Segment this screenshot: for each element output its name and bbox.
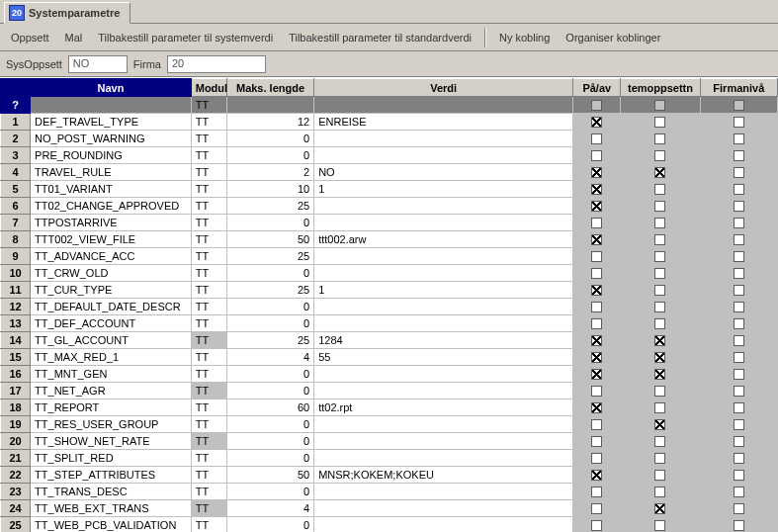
row-number[interactable]: 24 [1,500,31,517]
cell-verdi[interactable]: ttt002.arw [314,231,573,248]
cell-verdi[interactable]: ENREISE [314,114,573,131]
row-number[interactable]: 12 [1,299,31,315]
cell-verdi[interactable]: NO [314,164,573,181]
cell-name[interactable]: TT_SPLIT_RED [31,450,192,467]
table-row[interactable]: 3PRE_ROUNDINGTT0 [1,147,778,164]
table-row[interactable]: 4TRAVEL_RULETT2NO [1,164,778,181]
cell-verdi[interactable]: MNSR;KOKEM;KOKEU [314,467,573,484]
table-row[interactable]: 11TT_CUR_TYPETT251 [1,282,778,299]
checkbox-icon[interactable] [734,402,744,413]
cell-modul[interactable]: TT [191,366,226,383]
cell-firma[interactable] [700,299,777,315]
cell-maks[interactable]: 0 [226,517,313,533]
table-row[interactable]: 6TT02_CHANGE_APPROVEDTT25 [1,198,778,215]
checkbox-icon[interactable] [591,218,602,228]
cell-verdi[interactable] [314,484,573,500]
cell-firma[interactable] [700,433,777,450]
checkbox-icon[interactable] [734,268,744,279]
checkbox-icon[interactable] [734,487,744,497]
checkbox-icon[interactable] [734,302,744,312]
table-row[interactable]: 2NO_POST_WARNINGTT0 [1,131,778,147]
cell-temopp[interactable] [621,131,700,147]
table-row[interactable]: 18TT_REPORTTT60tt02.rpt [1,399,778,416]
cell-name[interactable]: PRE_ROUNDING [31,147,192,164]
firma-field[interactable]: 20 [167,55,266,73]
cell-firma[interactable] [700,383,777,399]
cell-temopp[interactable] [621,198,700,215]
row-number[interactable]: 11 [1,282,31,299]
cell-maks[interactable]: 50 [226,231,313,248]
cell-temopp[interactable] [621,114,700,131]
cell-temopp[interactable] [621,500,700,517]
checkbox-icon[interactable] [654,285,665,296]
cell-temopp[interactable] [621,399,700,416]
cell-maks[interactable]: 25 [226,248,313,265]
table-row[interactable]: 10TT_CRW_OLDTT0 [1,265,778,282]
header-modul[interactable]: Modul [191,79,226,97]
checkbox-icon[interactable] [734,386,744,397]
cell-paav[interactable] [573,231,621,248]
checkbox-icon[interactable] [734,100,744,111]
row-number[interactable]: 6 [1,198,31,215]
cell-firma[interactable] [700,282,777,299]
cell-maks[interactable]: 0 [226,433,313,450]
cell-name[interactable]: TT_RES_USER_GROUP [31,416,192,433]
cell-name[interactable]: TT_CRW_OLD [31,265,192,282]
table-row[interactable]: 8TTT002_VIEW_FILETT50ttt002.arw [1,231,778,248]
cell-maks[interactable]: 50 [226,467,313,484]
blank-row[interactable]: ?TT [1,97,778,114]
cell-temopp[interactable] [621,181,700,198]
cell-temopp[interactable] [621,231,700,248]
cell-temopp[interactable] [621,215,700,231]
cell-verdi[interactable] [314,315,573,332]
cell-temopp[interactable] [621,282,700,299]
cell-verdi[interactable] [314,383,573,399]
cell-modul[interactable]: TT [191,399,226,416]
checkbox-icon[interactable] [734,503,744,514]
toolbar-reset-standard[interactable]: Tilbakestill parameter til standardverdi [282,28,478,47]
cell-paav[interactable] [573,433,621,450]
header-navn[interactable]: Navn [31,79,192,97]
cell-name[interactable]: TT02_CHANGE_APPROVED [31,198,192,215]
cell-paav[interactable] [573,282,621,299]
cell-firma[interactable] [700,215,777,231]
cell-firma[interactable] [700,147,777,164]
toolbar-mal[interactable]: Mal [58,28,90,47]
checkbox-icon[interactable] [734,285,744,296]
cell-firma[interactable] [700,315,777,332]
table-row[interactable]: 14TT_GL_ACCOUNTTT251284 [1,332,778,349]
row-number[interactable]: 17 [1,383,31,399]
checkbox-icon[interactable] [591,285,602,296]
cell-temopp[interactable] [621,315,700,332]
table-row[interactable]: 25TT_WEB_PCB_VALIDATIONTT0 [1,517,778,533]
cell-modul[interactable]: TT [191,147,226,164]
cell-firma[interactable] [700,349,777,366]
row-number[interactable]: 22 [1,467,31,484]
header-firmaniva[interactable]: Firmanivå [700,79,777,97]
table-row[interactable]: 7TTPOSTARRIVETT0 [1,215,778,231]
cell-name[interactable]: TT_GL_ACCOUNT [31,332,192,349]
cell-temopp[interactable] [621,416,700,433]
cell-paav[interactable] [573,215,621,231]
row-number[interactable]: ? [1,97,31,114]
cell-maks[interactable]: 25 [226,198,313,215]
checkbox-icon[interactable] [654,453,665,464]
checkbox-icon[interactable] [654,402,665,413]
cell-firma[interactable] [700,265,777,282]
cell-name[interactable] [31,97,192,114]
header-temopp[interactable]: temoppsettn [621,79,700,97]
cell-modul[interactable]: TT [191,265,226,282]
cell-modul[interactable]: TT [191,215,226,231]
cell-paav[interactable] [573,349,621,366]
row-number[interactable]: 10 [1,265,31,282]
checkbox-icon[interactable] [654,302,665,312]
cell-verdi[interactable] [314,299,573,315]
cell-paav[interactable] [573,416,621,433]
cell-temopp[interactable] [621,265,700,282]
cell-firma[interactable] [700,399,777,416]
cell-firma[interactable] [700,131,777,147]
cell-modul[interactable]: TT [191,484,226,500]
cell-name[interactable]: TT_CUR_TYPE [31,282,192,299]
toolbar-oppsett[interactable]: Oppsett [4,28,56,47]
checkbox-icon[interactable] [654,503,665,514]
